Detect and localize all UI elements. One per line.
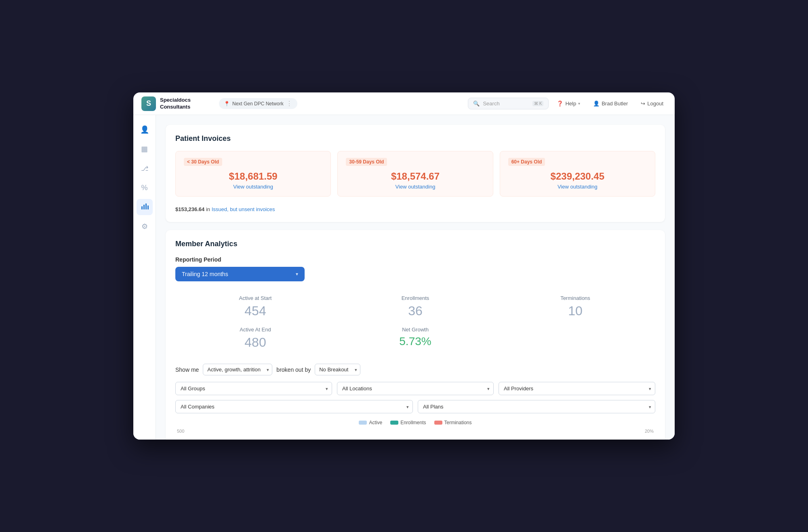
stat-value-net-growth: 5.73% <box>335 335 495 348</box>
top-bar: S SpecialdocsConsultants 📍 Next Gen DPC … <box>133 92 675 115</box>
help-chevron-icon: ▾ <box>578 101 580 106</box>
sidebar-item-share[interactable]: ⎇ <box>137 160 153 176</box>
stats-grid: Active at Start 454 Enrollments 36 Termi… <box>175 291 655 354</box>
stat-label-enrollments: Enrollments <box>335 295 495 301</box>
stat-value-terminations: 10 <box>495 304 655 318</box>
help-icon: ❓ <box>557 101 563 107</box>
help-button[interactable]: ❓ Help ▾ <box>553 99 583 108</box>
stat-empty <box>495 323 655 354</box>
filter-row-1: All Groups All Locations All Providers <box>175 382 655 395</box>
locations-filter-wrapper: All Locations <box>337 382 494 395</box>
invoice-amount-3059: $18,574.67 <box>346 171 484 182</box>
search-label: Search <box>483 101 529 107</box>
main-layout: 👤 ▦ ⎇ % <box>133 115 675 440</box>
sidebar-item-percent[interactable]: % <box>137 180 153 196</box>
groups-filter[interactable]: All Groups <box>175 382 332 395</box>
view-outstanding-60plus[interactable]: View outstanding <box>508 184 647 190</box>
legend-enrollments-label: Enrollments <box>400 420 426 425</box>
filter-row-2: All Companies All Plans <box>175 400 655 413</box>
show-me-label: Show me <box>175 367 199 373</box>
content-area: Patient Invoices < 30 Days Old $18,681.5… <box>156 115 675 440</box>
invoice-label-60plus: 60+ Days Old <box>508 158 545 166</box>
stat-value-active-end: 480 <box>175 335 335 350</box>
providers-filter-wrapper: All Providers <box>499 382 655 395</box>
invoice-card-30: < 30 Days Old $18,681.59 View outstandin… <box>175 151 331 197</box>
issued-link[interactable]: Issued, but unsent invoices <box>212 206 275 212</box>
legend-terminations: Terminations <box>434 420 472 425</box>
groups-filter-wrapper: All Groups <box>175 382 332 395</box>
stat-active-start: Active at Start 454 <box>175 291 335 323</box>
show-me-row: Show me Active, growth, attrition broken… <box>175 364 655 375</box>
legend-active-dot <box>359 421 367 425</box>
providers-filter[interactable]: All Providers <box>499 382 655 395</box>
search-box[interactable]: 🔍 Search ⌘ K <box>468 98 549 109</box>
legend-terminations-dot <box>434 421 442 425</box>
sidebar-item-analytics[interactable] <box>137 199 153 215</box>
user-label: Brad Butler <box>602 101 628 107</box>
stat-label-net-growth: Net Growth <box>335 327 495 333</box>
companies-filter-wrapper: All Companies <box>175 400 413 413</box>
view-outstanding-3059[interactable]: View outstanding <box>346 184 484 190</box>
user-button[interactable]: 👤 Brad Butler <box>590 99 631 108</box>
stat-label-terminations: Terminations <box>495 295 655 301</box>
users-icon: 👤 <box>140 125 149 134</box>
analytics-icon <box>141 202 149 212</box>
help-label: Help <box>565 101 576 107</box>
logout-label: Logout <box>647 101 663 107</box>
locations-filter[interactable]: All Locations <box>337 382 494 395</box>
stat-label-active-end: Active At End <box>175 327 335 333</box>
invoice-amount-60plus: $239,230.45 <box>508 171 647 182</box>
view-outstanding-30[interactable]: View outstanding <box>184 184 322 190</box>
sidebar-item-settings[interactable]: ⚙ <box>137 218 153 235</box>
broken-out-select-wrapper: No Breakout <box>315 364 360 375</box>
invoice-card-3059: 30-59 Days Old $18,574.67 View outstandi… <box>337 151 493 197</box>
plans-filter[interactable]: All Plans <box>418 400 655 413</box>
legend-active-label: Active <box>369 420 382 425</box>
sidebar-item-users[interactable]: 👤 <box>137 121 153 138</box>
patient-invoices-section: Patient Invoices < 30 Days Old $18,681.5… <box>166 125 665 222</box>
sidebar: 👤 ▦ ⎇ % <box>133 115 156 440</box>
invoice-card-60plus: 60+ Days Old $239,230.45 View outstandin… <box>500 151 655 197</box>
issued-notice: $153,236.64 in Issued, but unsent invoic… <box>175 203 655 212</box>
logout-icon: ↪ <box>641 101 645 107</box>
chart-label-left: 500 <box>177 429 184 434</box>
top-bar-actions: ❓ Help ▾ 👤 Brad Butler ↪ Logout <box>553 99 667 108</box>
period-value: Trailing 12 months <box>182 271 228 277</box>
reporting-period-label: Reporting Period <box>175 256 655 263</box>
logo-icon: S <box>141 96 156 111</box>
svg-rect-0 <box>141 206 143 209</box>
invoice-grid: < 30 Days Old $18,681.59 View outstandin… <box>175 151 655 197</box>
invoice-label-3059: 30-59 Days Old <box>346 158 387 166</box>
invoice-label-30: < 30 Days Old <box>184 158 222 166</box>
search-kbd: ⌘ K <box>532 101 543 106</box>
stat-terminations: Terminations 10 <box>495 291 655 323</box>
member-analytics-section: Member Analytics Reporting Period Traili… <box>166 230 665 440</box>
member-analytics-title: Member Analytics <box>175 240 655 248</box>
legend-enrollments-dot <box>390 421 398 425</box>
svg-rect-3 <box>147 205 149 209</box>
legend-enrollments: Enrollments <box>390 420 426 425</box>
percent-icon: % <box>141 184 147 192</box>
issued-text: in <box>206 206 212 212</box>
search-icon: 🔍 <box>473 101 480 107</box>
stat-label-active-start: Active at Start <box>175 295 335 301</box>
reports-icon: ▦ <box>141 145 148 153</box>
show-me-select-wrapper: Active, growth, attrition <box>203 364 272 375</box>
broken-out-select[interactable]: No Breakout <box>315 364 360 375</box>
settings-icon: ⚙ <box>141 222 148 231</box>
chart-bottom-labels: 500 20% <box>175 429 655 434</box>
more-dots-icon: ⋮ <box>286 100 292 107</box>
period-dropdown[interactable]: Trailing 12 months ▾ <box>175 267 305 281</box>
period-chevron-icon: ▾ <box>296 271 298 277</box>
stat-active-end: Active At End 480 <box>175 323 335 354</box>
stat-net-growth: Net Growth 5.73% <box>335 323 495 354</box>
logo-area: S SpecialdocsConsultants <box>141 96 214 111</box>
sidebar-item-reports[interactable]: ▦ <box>137 141 153 157</box>
logout-button[interactable]: ↪ Logout <box>638 99 667 108</box>
companies-filter[interactable]: All Companies <box>175 400 413 413</box>
user-icon: 👤 <box>593 101 600 107</box>
issued-amount: $153,236.64 <box>175 206 204 212</box>
network-badge[interactable]: 📍 Next Gen DPC Network ⋮ <box>219 98 297 109</box>
show-me-select[interactable]: Active, growth, attrition <box>203 364 272 375</box>
share-icon: ⎇ <box>141 165 148 172</box>
